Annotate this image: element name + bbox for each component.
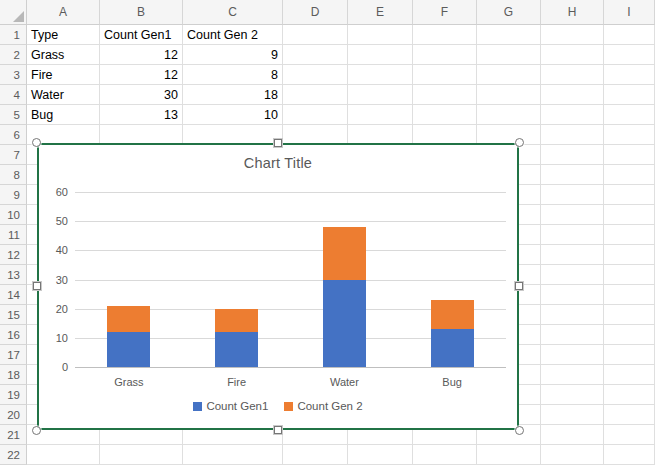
cell-I18[interactable]	[604, 365, 655, 385]
resize-handle-bottom-right[interactable]	[515, 426, 524, 435]
cell-C1[interactable]: Count Gen 2	[183, 25, 283, 45]
cell-D22[interactable]	[283, 445, 348, 465]
cell-I20[interactable]	[604, 405, 655, 425]
cell-H14[interactable]	[541, 285, 604, 305]
cell-H17[interactable]	[541, 345, 604, 365]
cell-F2[interactable]	[413, 45, 477, 65]
cell-A2[interactable]: Grass	[27, 45, 100, 65]
cell-F3[interactable]	[413, 65, 477, 85]
row-header-5[interactable]: 5	[0, 105, 27, 125]
bar-grass-series2[interactable]	[107, 306, 150, 332]
cell-A4[interactable]: Water	[27, 85, 100, 105]
cell-I6[interactable]	[604, 125, 655, 145]
cell-H22[interactable]	[541, 445, 604, 465]
col-header-I[interactable]: I	[604, 0, 655, 25]
cell-I7[interactable]	[604, 145, 655, 165]
cell-F4[interactable]	[413, 85, 477, 105]
cell-D3[interactable]	[283, 65, 348, 85]
cell-E5[interactable]	[348, 105, 413, 125]
row-header-16[interactable]: 16	[0, 325, 27, 345]
cell-I4[interactable]	[604, 85, 655, 105]
bar-fire-series1[interactable]	[215, 332, 258, 367]
cell-H9[interactable]	[541, 185, 604, 205]
cell-B22[interactable]	[100, 445, 183, 465]
legend-item-series2[interactable]: Count Gen 2	[284, 400, 362, 412]
resize-handle-top-center[interactable]	[274, 139, 282, 147]
cell-H3[interactable]	[541, 65, 604, 85]
x-tick-label-water[interactable]: Water	[299, 375, 389, 389]
cell-B5[interactable]: 13	[100, 105, 183, 125]
cell-B2[interactable]: 12	[100, 45, 183, 65]
cell-I19[interactable]	[604, 385, 655, 405]
cell-C2[interactable]: 9	[183, 45, 283, 65]
row-header-13[interactable]: 13	[0, 265, 27, 285]
cell-E3[interactable]	[348, 65, 413, 85]
cell-H13[interactable]	[541, 265, 604, 285]
cell-I2[interactable]	[604, 45, 655, 65]
bar-water-series2[interactable]	[323, 227, 366, 280]
x-tick-label-bug[interactable]: Bug	[407, 375, 497, 389]
chart-title[interactable]: Chart Title	[39, 155, 517, 171]
row-header-18[interactable]: 18	[0, 365, 27, 385]
row-header-15[interactable]: 15	[0, 305, 27, 325]
cell-A1[interactable]: Type	[27, 25, 100, 45]
cell-F1[interactable]	[413, 25, 477, 45]
cell-I14[interactable]	[604, 285, 655, 305]
cell-H4[interactable]	[541, 85, 604, 105]
row-header-12[interactable]: 12	[0, 245, 27, 265]
resize-handle-top-left[interactable]	[32, 138, 41, 147]
x-tick-label-fire[interactable]: Fire	[192, 375, 282, 389]
cell-C22[interactable]	[183, 445, 283, 465]
cell-H10[interactable]	[541, 205, 604, 225]
cell-I17[interactable]	[604, 345, 655, 365]
cell-C6[interactable]	[183, 125, 283, 145]
cell-D6[interactable]	[283, 125, 348, 145]
cell-I3[interactable]	[604, 65, 655, 85]
cell-I9[interactable]	[604, 185, 655, 205]
col-header-E[interactable]: E	[348, 0, 413, 25]
cell-H6[interactable]	[541, 125, 604, 145]
resize-handle-bottom-center[interactable]	[274, 426, 282, 434]
cell-G1[interactable]	[477, 25, 541, 45]
cell-I11[interactable]	[604, 225, 655, 245]
cell-F6[interactable]	[413, 125, 477, 145]
row-header-22[interactable]: 22	[0, 445, 27, 465]
cell-H1[interactable]	[541, 25, 604, 45]
cell-D4[interactable]	[283, 85, 348, 105]
cell-G22[interactable]	[477, 445, 541, 465]
row-header-19[interactable]: 19	[0, 385, 27, 405]
cell-H11[interactable]	[541, 225, 604, 245]
cell-I8[interactable]	[604, 165, 655, 185]
row-header-6[interactable]: 6	[0, 125, 27, 145]
cell-I15[interactable]	[604, 305, 655, 325]
row-header-3[interactable]: 3	[0, 65, 27, 85]
cell-I12[interactable]	[604, 245, 655, 265]
cell-H5[interactable]	[541, 105, 604, 125]
cell-H20[interactable]	[541, 405, 604, 425]
cell-B4[interactable]: 30	[100, 85, 183, 105]
row-header-9[interactable]: 9	[0, 185, 27, 205]
cell-I16[interactable]	[604, 325, 655, 345]
cell-E4[interactable]	[348, 85, 413, 105]
cell-F5[interactable]	[413, 105, 477, 125]
cell-H15[interactable]	[541, 305, 604, 325]
resize-handle-top-right[interactable]	[515, 138, 524, 147]
chart-legend[interactable]: Count Gen1Count Gen 2	[39, 400, 517, 412]
cell-I13[interactable]	[604, 265, 655, 285]
bar-fire-series2[interactable]	[215, 309, 258, 332]
cell-H8[interactable]	[541, 165, 604, 185]
cell-G2[interactable]	[477, 45, 541, 65]
col-header-H[interactable]: H	[541, 0, 604, 25]
cell-G4[interactable]	[477, 85, 541, 105]
cell-D5[interactable]	[283, 105, 348, 125]
cell-E1[interactable]	[348, 25, 413, 45]
col-header-D[interactable]: D	[283, 0, 348, 25]
cell-D1[interactable]	[283, 25, 348, 45]
cell-B3[interactable]: 12	[100, 65, 183, 85]
select-all-button[interactable]	[0, 0, 27, 25]
cell-I10[interactable]	[604, 205, 655, 225]
cell-I21[interactable]	[604, 425, 655, 445]
row-header-21[interactable]: 21	[0, 425, 27, 445]
cell-B6[interactable]	[100, 125, 183, 145]
cell-C4[interactable]: 18	[183, 85, 283, 105]
